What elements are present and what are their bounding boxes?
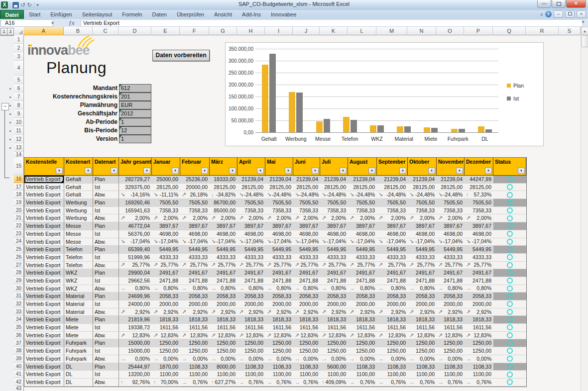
cell-deviation[interactable]: ↗2,92% [408, 308, 437, 316]
cell-value[interactable]: 1611,56 [377, 324, 408, 332]
cell-deviation[interactable]: ↗26,18% [180, 191, 210, 199]
cell-value[interactable]: 7505,50 [265, 199, 293, 207]
cell-deviation[interactable]: →0,80% [237, 285, 265, 293]
filter-dropdown-icon[interactable]: ▼ [111, 168, 118, 174]
cell-deviation[interactable]: →0,00% [152, 355, 180, 363]
form-input-version[interactable]: 1 [119, 135, 151, 143]
cell-deviation[interactable]: ↗12,83% [180, 332, 210, 340]
cell-value[interactable]: 1250,00 [237, 347, 265, 355]
row-header-39[interactable]: 39 [14, 355, 24, 363]
cell-deviation[interactable]: ↗2,00% [265, 214, 293, 222]
cell-value[interactable]: 65399,40 [119, 246, 152, 254]
column-header-J[interactable]: J [293, 27, 320, 35]
cell-value[interactable]: 2471,88 [320, 277, 348, 285]
cell-deviation[interactable]: →0,76% [465, 379, 493, 387]
cell-deviation[interactable]: ↗25,77% [320, 262, 348, 270]
cell-deviation[interactable]: ↗2,92% [465, 308, 493, 316]
filter-dropdown-icon[interactable]: ▼ [285, 168, 292, 174]
cell-value[interactable]: 46772,04 [119, 222, 152, 230]
cell-value[interactable]: 1250,00 [377, 347, 408, 355]
row-header-17[interactable]: 17 [14, 183, 24, 191]
cell-deviation[interactable]: →0,80% [210, 285, 237, 293]
cell-datenart[interactable]: Plan [93, 246, 119, 254]
cell-datenart[interactable]: Ist [93, 324, 119, 332]
row-header-13[interactable]: 13 [14, 143, 24, 152]
cell-value[interactable]: 1818,33 [210, 316, 237, 324]
cell-kostenart[interactable]: Miete [64, 324, 93, 332]
cell-value[interactable]: 1250,00 [320, 339, 348, 347]
cell-value[interactable]: 4333,33 [437, 254, 465, 262]
cell-kostenart[interactable]: Werbung [64, 199, 93, 207]
cell-kostenstelle[interactable]: Vertrieb Export [24, 355, 64, 363]
cell-datenart[interactable]: Plan [93, 222, 119, 230]
cell-value[interactable]: 1250,00 [293, 347, 320, 355]
daten-vorbereiten-button[interactable]: Daten vorbereiten [152, 50, 210, 61]
cell-value[interactable]: 2000,00 [437, 300, 465, 308]
column-header-D[interactable]: D [118, 27, 151, 35]
cell-deviation[interactable]: ↗12,83% [408, 332, 437, 340]
cell-value[interactable]: 7358,33 [293, 207, 320, 215]
cell-kostenstelle[interactable]: Vertrieb Export [24, 207, 64, 215]
help-icon[interactable]: ? [545, 11, 552, 17]
cell-value[interactable]: 21239,04 [265, 176, 293, 184]
row-header-38[interactable]: 38 [14, 347, 24, 355]
workbook-close-button[interactable]: × [577, 10, 586, 18]
row-header-14[interactable]: 14 [14, 152, 24, 157]
cell-value[interactable]: 3897,67 [465, 222, 493, 230]
cell-kostenstelle[interactable]: Vertrieb Export [24, 262, 64, 270]
table-row-22[interactable]: Vertrieb ExportMessePlan46772,043897,673… [24, 222, 526, 230]
cell-value[interactable]: 20000,00 [180, 184, 210, 192]
row-header-27[interactable]: 27 [14, 261, 24, 269]
cell-value[interactable]: 28125,00 [210, 184, 237, 192]
cell-value[interactable]: 7358,33 [465, 207, 493, 215]
cell-value[interactable]: 3897,67 [437, 222, 465, 230]
column-header-P[interactable]: P [464, 27, 493, 35]
column-header-R[interactable]: R [526, 27, 559, 35]
cell-datenart[interactable]: Plan [93, 316, 119, 324]
outline-level-1-button[interactable]: 1 [0, 28, 7, 35]
cell-deviation[interactable]: ↗12,83% [265, 332, 293, 340]
cell-value[interactable]: 1250,00 [320, 347, 348, 355]
row-header-18[interactable]: 18 [14, 191, 24, 198]
cell-value[interactable]: 1611,56 [237, 324, 265, 332]
cell-value[interactable]: 1100,00 [293, 371, 320, 379]
cell-deviation[interactable]: →0,76% [437, 379, 465, 387]
cell-value[interactable]: 2000,00 [320, 300, 348, 308]
cell-value[interactable]: 3897,67 [237, 222, 265, 230]
cell-datenart[interactable]: Plan [93, 363, 119, 371]
cell-value[interactable]: 7505,50 [237, 199, 265, 207]
cell-deviation[interactable]: →0,80% [320, 285, 348, 293]
cell-deviation[interactable]: ↗2,00% [119, 214, 152, 222]
cell-deviation[interactable]: ↗12,83% [152, 332, 180, 340]
cell-value[interactable]: 4333,33 [237, 254, 265, 262]
cell-deviation[interactable]: ↑409,09% [320, 379, 348, 387]
form-input-geschäftsjahr[interactable]: 2012 [119, 109, 151, 118]
cell-deviation[interactable]: →0,00% [180, 355, 210, 363]
ribbon-tab-formeln[interactable]: Formeln [117, 10, 147, 19]
outline-level-2-button[interactable]: 2 [7, 28, 14, 35]
cell-value[interactable]: 1108,33 [437, 363, 465, 371]
cell-value[interactable]: 4698,00 [408, 230, 437, 238]
table-row-16[interactable]: Vertrieb ExportGehaltPlan282729,2725000,… [24, 176, 526, 184]
cell-deviation[interactable]: →0,80% [180, 285, 210, 293]
cell-value[interactable]: 1611,56 [152, 324, 180, 332]
cell-deviation[interactable]: ↘-17,04% [320, 238, 348, 246]
table-row-24[interactable]: Vertrieb ExportMesseAbw.↘-17,04%↘-17,04%… [24, 238, 526, 246]
cell-value[interactable]: 28125,00 [437, 184, 465, 192]
row-header-19[interactable]: 19 [14, 198, 24, 206]
cell-deviation[interactable]: ↑92,76% [119, 379, 152, 387]
cell-kostenstelle[interactable]: Vertrieb Export [24, 332, 64, 340]
minimize-ribbon-icon[interactable]: ∧ [540, 12, 543, 17]
cell-value[interactable]: 2491,67 [293, 269, 320, 277]
cell-value[interactable]: 2471,88 [408, 277, 437, 285]
ribbon-tab-einfügen[interactable]: Einfügen [45, 10, 77, 19]
cell-datenart[interactable]: Abw. [93, 285, 119, 293]
cell-status[interactable] [493, 285, 526, 293]
ribbon-tab-ansicht[interactable]: Ansicht [209, 10, 237, 19]
formula-bar-expand-icon[interactable]: ▼ [581, 20, 585, 24]
cell-deviation[interactable]: ↘-24,48% [265, 191, 293, 199]
cell-value[interactable]: 25236,00 [180, 176, 210, 184]
cell-value[interactable]: 5449,95 [408, 246, 437, 254]
cell-value[interactable]: 5449,95 [210, 246, 237, 254]
cell-deviation[interactable]: ↗2,92% [293, 308, 320, 316]
